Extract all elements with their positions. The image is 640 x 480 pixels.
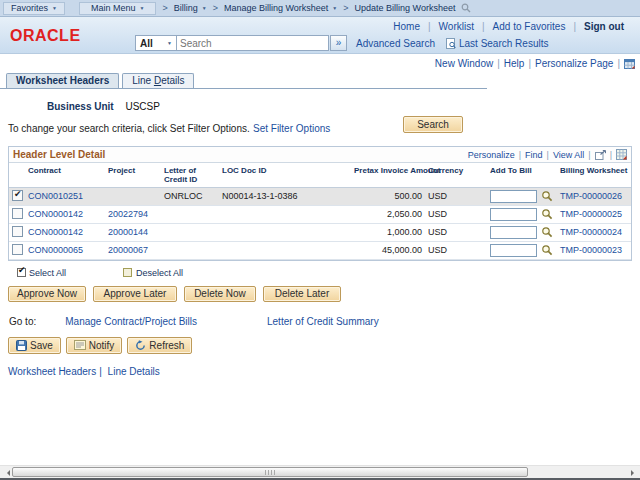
favorites-menu[interactable]: Favorites ▼ [3, 2, 65, 15]
divider: | [588, 150, 590, 160]
search-button[interactable]: Search [403, 116, 463, 133]
lookup-magnifier-icon[interactable] [541, 208, 553, 220]
download-grid-icon[interactable] [616, 149, 627, 160]
personalize-grid-icon[interactable] [624, 59, 635, 69]
help-link[interactable]: Help [504, 58, 525, 69]
add-to-bill-input[interactable] [490, 226, 537, 239]
row-select-checkbox[interactable] [12, 208, 23, 219]
tab-worksheet-headers[interactable]: Worksheet Headers [6, 73, 119, 88]
row-select-checkbox[interactable] [12, 226, 23, 237]
find-link[interactable]: Find [525, 150, 543, 160]
deselect-all-label[interactable]: Deselect All [136, 268, 183, 278]
lookup-magnifier-icon[interactable] [541, 190, 553, 202]
horizontal-scrollbar[interactable] [0, 465, 640, 478]
delete-now-button[interactable]: Delete Now [184, 286, 256, 302]
project-link[interactable]: 20022794 [108, 209, 148, 219]
select-all-checkbox-icon[interactable] [17, 268, 26, 277]
contract-link[interactable]: CON0000142 [28, 209, 83, 219]
pretax-amount-cell: 2,050.00 [351, 205, 425, 223]
search-results-icon [446, 38, 456, 49]
banner-nav: Home| Worklist| Add to Favorites| Sign o… [385, 21, 632, 32]
business-unit-row: Business Unit USCSP [47, 101, 640, 112]
divider: | [610, 150, 612, 160]
col-pretax-invoice-amount: Pretax Invoice Amount [351, 163, 425, 187]
favorites-label: Favorites [11, 3, 48, 13]
lookup-magnifier-icon[interactable] [541, 226, 553, 238]
project-link[interactable]: 20000067 [108, 245, 148, 255]
global-search: All ▼ » Advanced Search Last Search Resu… [135, 35, 548, 51]
footer-worksheet-headers-link[interactable]: Worksheet Headers [8, 366, 96, 377]
filter-hint-text: To change your search criteria, click Se… [8, 123, 250, 134]
contract-link[interactable]: CON0000142 [28, 227, 83, 237]
project-link[interactable]: 20000144 [108, 227, 148, 237]
new-window-link[interactable]: New Window [435, 58, 493, 69]
table-row: CON0000065 20000067 45,000.00 USD TMP-00… [9, 241, 631, 259]
save-button[interactable]: Save [8, 337, 61, 354]
deselect-all-checkbox-icon[interactable] [123, 268, 132, 277]
view-all-link[interactable]: View All [553, 150, 584, 160]
billing-worksheet-link[interactable]: TMP-00000026 [560, 191, 622, 201]
last-search-results[interactable]: Last Search Results [446, 38, 549, 49]
contract-link[interactable]: CON0000065 [28, 245, 83, 255]
letter-of-credit-id-cell [161, 205, 219, 223]
pretax-amount-cell: 45,000.00 [351, 241, 425, 259]
notify-button[interactable]: Notify [66, 337, 123, 354]
search-scope-dropdown[interactable]: All ▼ [135, 35, 177, 51]
billing-worksheet-link[interactable]: TMP-00000024 [560, 227, 622, 237]
home-link[interactable]: Home [385, 21, 428, 32]
approve-later-button[interactable]: Approve Later [93, 286, 177, 302]
billing-worksheet-link[interactable]: TMP-00000025 [560, 209, 622, 219]
breadcrumb-item-manage-billing-worksheet[interactable]: Manage Billing Worksheet ▼ [224, 3, 337, 13]
personalize-page-link[interactable]: Personalize Page [535, 58, 613, 69]
refresh-button[interactable]: Refresh [127, 337, 192, 354]
select-all-label[interactable]: Select All [29, 268, 66, 278]
worksheet-table: Contract Project Letter of Credit ID LOC… [9, 163, 631, 260]
tab-bar: Worksheet Headers Line Details [0, 73, 487, 89]
advanced-search-link[interactable]: Advanced Search [356, 38, 435, 49]
breadcrumb: Favorites ▼ Main Menu ▼ Billing ▼ Manage… [0, 0, 640, 17]
add-to-bill-input[interactable] [490, 190, 537, 203]
col-loc-doc-id: LOC Doc ID [219, 163, 351, 187]
personalize-link[interactable]: Personalize [468, 150, 515, 160]
zoom-popup-icon[interactable] [595, 150, 606, 160]
letter-of-credit-summary-link[interactable]: Letter of Credit Summary [267, 316, 379, 327]
col-contract: Contract [25, 163, 105, 187]
select-column-header [9, 163, 25, 187]
add-to-bill-input[interactable] [490, 208, 537, 221]
delete-later-button[interactable]: Delete Later [263, 286, 341, 302]
tab-line-details[interactable]: Line Details [122, 73, 194, 88]
divider: | [528, 58, 531, 69]
scrollbar-thumb[interactable] [12, 467, 528, 477]
add-to-bill-input[interactable] [490, 244, 537, 257]
add-to-favorites-link[interactable]: Add to Favorites [485, 21, 574, 32]
filter-row: To change your search criteria, click Se… [0, 120, 640, 137]
col-letter-of-credit-id: Letter of Credit ID [161, 163, 219, 187]
currency-cell: USD [425, 223, 487, 241]
row-select-checkbox[interactable] [12, 244, 23, 255]
action-buttons: Approve Now Approve Later Delete Now Del… [8, 286, 640, 302]
sign-out-link[interactable]: Sign out [576, 21, 632, 32]
magnifier-watermark-icon [461, 3, 471, 13]
set-filter-options-link[interactable]: Set Filter Options [253, 123, 330, 134]
refresh-icon [135, 340, 146, 351]
footer-line-details-link[interactable]: Line Details [108, 366, 160, 377]
main-menu[interactable]: Main Menu ▼ [79, 2, 156, 15]
manage-contract-project-bills-link[interactable]: Manage Contract/Project Bills [65, 316, 197, 327]
currency-cell: USD [425, 187, 487, 205]
approve-now-button[interactable]: Approve Now [8, 286, 86, 302]
search-go-button[interactable]: » [330, 35, 347, 51]
lookup-magnifier-icon[interactable] [541, 244, 553, 256]
last-search-results-link[interactable]: Last Search Results [459, 38, 549, 49]
worklist-link[interactable]: Worklist [431, 21, 482, 32]
table-header-row: Contract Project Letter of Credit ID LOC… [9, 163, 631, 187]
table-row: CON0000142 20022794 2,050.00 USD TMP-000… [9, 205, 631, 223]
chevron-down-icon: ▼ [140, 5, 145, 11]
contract-link[interactable]: CON0010251 [28, 191, 83, 201]
search-input[interactable] [177, 35, 329, 51]
row-select-checkbox[interactable] [12, 190, 23, 201]
billing-worksheet-link[interactable]: TMP-00000023 [560, 245, 622, 255]
breadcrumb-item-billing[interactable]: Billing ▼ [174, 3, 207, 13]
col-project: Project [105, 163, 161, 187]
loc-doc-id-cell [219, 241, 351, 259]
currency-cell: USD [425, 241, 487, 259]
